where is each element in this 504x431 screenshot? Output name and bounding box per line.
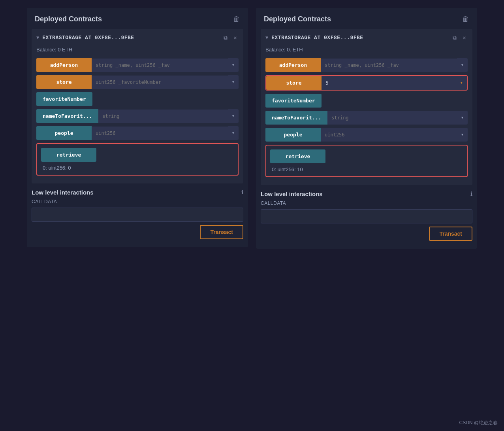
right-nametofavorit-button[interactable]: nameToFavorit... [265, 111, 327, 125]
left-favoritenumber-row: favoriteNumber [36, 92, 239, 106]
left-low-level-title: Low level interactions [32, 189, 94, 196]
right-store-row: store ▾ [266, 76, 467, 90]
right-addperson-input[interactable] [321, 59, 457, 72]
left-info-icon[interactable]: ℹ [241, 189, 243, 196]
right-people-row: people ▾ [265, 128, 468, 142]
left-close-icon[interactable]: ✕ [232, 34, 239, 42]
right-contract-header: ▼ EXTRASTORAGE AT 0XF8E...9FBE ⧉ ✕ [265, 34, 468, 42]
right-balance: Balance: 0. ETH [265, 47, 468, 53]
right-favoritenumber-button[interactable]: favoriteNumber [265, 94, 322, 108]
right-copy-icon[interactable]: ⧉ [451, 34, 458, 42]
left-store-dropdown[interactable]: ▾ [228, 75, 239, 89]
right-transact-button[interactable]: Transact [429, 227, 472, 241]
right-close-icon[interactable]: ✕ [461, 34, 468, 42]
left-addperson-dropdown[interactable]: ▾ [228, 58, 239, 72]
left-panel-header: Deployed Contracts 🗑 [27, 8, 248, 29]
watermark: CSDN @绝迹之春 [459, 420, 498, 426]
right-store-highlighted-section: store ▾ [265, 75, 468, 91]
left-panel-title: Deployed Contracts [35, 15, 102, 23]
right-retrieve-section: retrieve 0: uint256: 10 [265, 145, 468, 177]
left-calldata-label: CALLDATA [32, 199, 243, 204]
right-nametofavorit-row: nameToFavorit... ▾ [265, 111, 468, 125]
left-transact-button[interactable]: Transact [200, 225, 243, 239]
right-panel-header: Deployed Contracts 🗑 [256, 8, 477, 29]
right-deployed-contracts-panel: Deployed Contracts 🗑 ▼ EXTRASTORAGE AT 0… [256, 8, 477, 249]
left-contract-header: ▼ EXTRASTORAGE AT 0XF8E...9FBE ⧉ ✕ [36, 34, 239, 42]
right-addperson-dropdown[interactable]: ▾ [457, 58, 468, 72]
right-people-dropdown[interactable]: ▾ [457, 128, 468, 142]
left-calldata-input[interactable] [32, 208, 243, 222]
right-low-level-header: Low level interactions ℹ [261, 191, 472, 197]
left-retrieve-section: retrieve 0: uint256: 0 [36, 143, 239, 176]
left-low-level-section: Low level interactions ℹ CALLDATA Transa… [27, 183, 248, 239]
right-info-icon[interactable]: ℹ [470, 191, 472, 197]
right-people-button[interactable]: people [265, 128, 321, 142]
right-retrieve-button[interactable]: retrieve [270, 149, 325, 163]
right-store-button[interactable]: store [266, 76, 322, 90]
right-addperson-row: addPerson ▾ [265, 58, 468, 72]
left-contract-box: ▼ EXTRASTORAGE AT 0XF8E...9FBE ⧉ ✕ Balan… [32, 29, 243, 183]
right-people-input[interactable] [321, 128, 457, 142]
right-store-input[interactable] [322, 76, 456, 90]
left-people-dropdown[interactable]: ▾ [228, 126, 239, 140]
right-low-level-section: Low level interactions ℹ CALLDATA Transa… [256, 185, 477, 241]
left-nametofavorit-row: nameToFavorit... ▾ [36, 109, 239, 123]
right-contract-name: EXTRASTORAGE AT 0XF8E...9FBE [271, 35, 448, 41]
left-people-row: people ▾ [36, 126, 239, 140]
left-contract-chevron[interactable]: ▼ [36, 35, 39, 41]
right-calldata-label: CALLDATA [261, 200, 472, 206]
right-store-dropdown[interactable]: ▾ [456, 76, 467, 90]
left-balance: Balance: 0 ETH [36, 47, 239, 53]
right-calldata-input[interactable] [261, 209, 472, 223]
left-retrieve-result: 0: uint256: 0 [41, 165, 234, 171]
left-retrieve-button[interactable]: retrieve [41, 148, 96, 162]
left-store-row: store ▾ [36, 75, 239, 89]
right-contract-chevron[interactable]: ▼ [265, 35, 268, 41]
left-addperson-row: addPerson ▾ [36, 58, 239, 72]
left-deployed-contracts-panel: Deployed Contracts 🗑 ▼ EXTRASTORAGE AT 0… [27, 8, 248, 247]
left-addperson-input[interactable] [92, 59, 228, 72]
right-trash-icon[interactable]: 🗑 [462, 15, 469, 23]
left-copy-icon[interactable]: ⧉ [222, 34, 229, 42]
left-trash-icon[interactable]: 🗑 [233, 15, 240, 23]
right-nametofavorit-input[interactable] [327, 111, 457, 125]
left-people-input[interactable] [92, 127, 228, 140]
right-retrieve-result: 0: uint256: 10 [270, 166, 463, 172]
right-panel-title: Deployed Contracts [264, 15, 331, 23]
left-people-button[interactable]: people [36, 126, 92, 140]
left-nametofavorit-button[interactable]: nameToFavorit... [36, 109, 98, 123]
left-addperson-button[interactable]: addPerson [36, 58, 92, 72]
left-low-level-header: Low level interactions ℹ [32, 189, 243, 196]
left-contract-name: EXTRASTORAGE AT 0XF8E...9FBE [42, 35, 218, 41]
left-store-button[interactable]: store [36, 75, 92, 89]
left-nametofavorit-dropdown[interactable]: ▾ [228, 109, 239, 123]
right-addperson-button[interactable]: addPerson [265, 58, 321, 72]
right-low-level-title: Low level interactions [261, 191, 323, 197]
left-favoritenumber-button[interactable]: favoriteNumber [36, 92, 92, 106]
right-nametofavorit-dropdown[interactable]: ▾ [457, 111, 468, 125]
left-nametofavorit-input[interactable] [98, 110, 228, 123]
left-store-input[interactable] [92, 76, 228, 89]
right-favoritenumber-row: favoriteNumber [265, 94, 468, 108]
right-contract-box: ▼ EXTRASTORAGE AT 0XF8E...9FBE ⧉ ✕ Balan… [261, 29, 472, 185]
